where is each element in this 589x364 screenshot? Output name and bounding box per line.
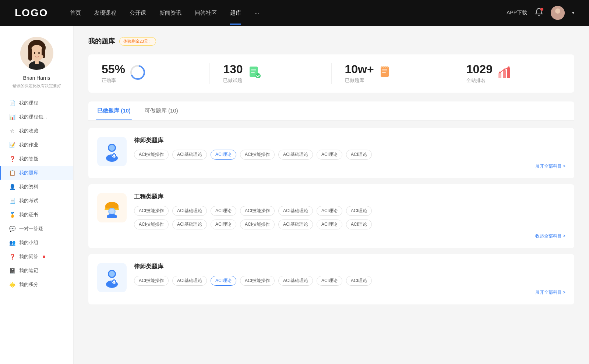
tag-2-4[interactable]: ACI基础理论 xyxy=(278,276,313,286)
sidebar-item-notes[interactable]: 📓 我的笔记 xyxy=(0,264,73,278)
nav-home[interactable]: 首页 xyxy=(70,10,81,17)
tag-1r2-3[interactable]: ACI技能操作 xyxy=(240,220,275,229)
accuracy-label: 正确率 xyxy=(102,77,125,84)
tag-2-3[interactable]: ACI技能操作 xyxy=(240,276,275,286)
done-banks-icon xyxy=(379,66,392,82)
tag-1r2-0[interactable]: ACI技能操作 xyxy=(134,220,169,229)
sidebar-item-label: 我的答疑 xyxy=(19,156,38,162)
tag-2-5[interactable]: ACI理论 xyxy=(317,276,342,286)
sidebar-item-course-package[interactable]: 📊 我的课程包... xyxy=(0,110,73,124)
expand-1[interactable]: 收起全部科目 > xyxy=(134,233,565,239)
user-menu-chevron[interactable]: ▾ xyxy=(572,10,574,15)
tag-0-1[interactable]: ACI基础理论 xyxy=(172,150,207,160)
sidebar-item-exam[interactable]: 📃 我的考试 xyxy=(0,194,73,208)
tag-1r2-6[interactable]: ACI理论 xyxy=(346,220,372,229)
sidebar-item-certificate[interactable]: 🏅 我的证书 xyxy=(0,208,73,222)
tag-1-0[interactable]: ACI技能操作 xyxy=(134,206,169,216)
svg-rect-31 xyxy=(503,70,506,78)
lawyer-icon xyxy=(102,141,122,162)
certificate-icon: 🏅 xyxy=(9,212,15,218)
tag-1-5[interactable]: ACI理论 xyxy=(317,206,342,216)
sidebar-item-groups[interactable]: 👥 我的小组 xyxy=(0,236,73,250)
tag-0-0[interactable]: ACI技能操作 xyxy=(134,150,169,160)
sidebar-item-profile[interactable]: 👤 我的资料 xyxy=(0,180,73,194)
stat-accuracy: 55% 正确率 xyxy=(88,63,210,84)
nav-more[interactable]: ··· xyxy=(254,10,259,17)
svg-point-12 xyxy=(34,52,35,54)
rank-label: 全站排名 xyxy=(466,77,493,84)
profile-icon: 👤 xyxy=(9,184,15,190)
svg-rect-24 xyxy=(382,71,387,71)
sidebar-item-qa[interactable]: ❓ 我的答疑 xyxy=(0,152,73,166)
tag-1r2-1[interactable]: ACI基础理论 xyxy=(172,220,207,229)
notification-bell[interactable] xyxy=(535,8,543,18)
avatar[interactable] xyxy=(551,6,565,20)
subject-name-2: 律师类题库 xyxy=(134,263,565,271)
tag-2-2[interactable]: ACI理论 xyxy=(211,276,236,286)
logo[interactable]: LOGO xyxy=(15,7,48,19)
sidebar-item-my-courses[interactable]: 📄 我的课程 xyxy=(0,96,73,110)
notes-icon: 📓 xyxy=(9,268,15,274)
sidebar-navigation: 📄 我的课程 📊 我的课程包... ☆ 我的收藏 📝 我的作业 ❓ 我的答疑 📋 xyxy=(0,96,73,292)
nav-quiz[interactable]: 题库 xyxy=(230,10,241,17)
tag-0-3[interactable]: ACI技能操作 xyxy=(240,150,275,160)
nav-right: APP下载 ▾ xyxy=(507,6,574,20)
tag-2-1[interactable]: ACI基础理论 xyxy=(172,276,207,286)
done-questions-icon xyxy=(248,66,261,82)
tag-2-6[interactable]: ACI理论 xyxy=(346,276,372,286)
sidebar-item-label: 我的收藏 xyxy=(19,128,38,134)
tag-1-1[interactable]: ACI基础理论 xyxy=(172,206,207,216)
app-download-button[interactable]: APP下载 xyxy=(507,10,527,16)
sidebar-item-questions[interactable]: ❓ 我的问答 xyxy=(0,250,73,264)
tab-available[interactable]: 可做题库 (10) xyxy=(143,101,180,120)
sidebar-item-homework[interactable]: 📝 我的作业 xyxy=(0,138,73,152)
tag-0-5[interactable]: ACI理论 xyxy=(317,150,342,160)
sidebar-item-favorites[interactable]: ☆ 我的收藏 xyxy=(0,124,73,138)
tag-1-2[interactable]: ACI理论 xyxy=(211,206,236,216)
tag-2-0[interactable]: ACI技能操作 xyxy=(134,276,169,286)
tag-0-2[interactable]: ACI理论 xyxy=(211,150,236,160)
svg-point-48 xyxy=(109,271,115,277)
tag-1r2-5[interactable]: ACI理论 xyxy=(317,220,342,229)
svg-point-45 xyxy=(109,209,114,214)
stat-done-questions: 130 已做试题 xyxy=(210,63,331,84)
tag-1-4[interactable]: ACI基础理论 xyxy=(278,206,313,216)
sidebar-username: Brian Harris xyxy=(23,75,50,81)
subject-card-0: 律师类题库 ACI技能操作 ACI基础理论 ACI理论 ACI技能操作 ACI基… xyxy=(88,128,574,178)
subject-content-2: 律师类题库 ACI技能操作 ACI基础理论 ACI理论 ACI技能操作 ACI基… xyxy=(134,263,565,296)
homework-icon: 📝 xyxy=(9,142,15,148)
accuracy-value: 55% xyxy=(102,63,125,75)
nav-discover[interactable]: 发现课程 xyxy=(94,10,116,17)
svg-rect-27 xyxy=(383,66,384,68)
nav-qa[interactable]: 问答社区 xyxy=(195,10,217,17)
sidebar-item-label: 我的课程包... xyxy=(19,114,47,120)
tag-1r2-2[interactable]: ACI理论 xyxy=(211,220,236,229)
svg-point-33 xyxy=(499,71,501,73)
tag-1-6[interactable]: ACI理论 xyxy=(346,206,372,216)
nav-news[interactable]: 新闻资讯 xyxy=(159,10,181,17)
tab-done[interactable]: 已做题库 (10) xyxy=(96,101,132,120)
nav-open-course[interactable]: 公开课 xyxy=(130,10,146,17)
svg-rect-22 xyxy=(381,67,389,77)
tag-1r2-4[interactable]: ACI基础理论 xyxy=(278,220,313,229)
sidebar-item-label: 我的证书 xyxy=(19,211,38,218)
doc-green-icon xyxy=(248,66,261,79)
expand-0[interactable]: 展开全部科目 > xyxy=(134,163,565,169)
sidebar-item-quiz-bank[interactable]: 📋 我的题库 xyxy=(0,166,73,180)
sidebar-item-points[interactable]: 🌟 我的积分 xyxy=(0,278,73,292)
notification-dot xyxy=(540,8,543,11)
tag-0-6[interactable]: ACI理论 xyxy=(346,150,372,160)
sidebar-item-label: 我的问答 xyxy=(19,253,38,260)
svg-rect-10 xyxy=(35,59,39,64)
subject-content-1: 工程类题库 ACI技能操作 ACI基础理论 ACI理论 ACI技能操作 ACI基… xyxy=(134,193,565,239)
quiz-bank-icon: 📋 xyxy=(9,170,15,176)
sidebar-avatar-image xyxy=(20,37,53,70)
sidebar-item-label: 一对一答疑 xyxy=(19,225,43,232)
svg-rect-19 xyxy=(251,71,256,71)
tag-1-3[interactable]: ACI技能操作 xyxy=(240,206,275,216)
accuracy-icon xyxy=(130,65,145,82)
expand-2[interactable]: 展开全部科目 > xyxy=(134,289,565,296)
svg-rect-20 xyxy=(251,72,255,73)
sidebar-item-one-on-one[interactable]: 💬 一对一答疑 xyxy=(0,222,73,236)
tag-0-4[interactable]: ACI基础理论 xyxy=(278,150,313,160)
